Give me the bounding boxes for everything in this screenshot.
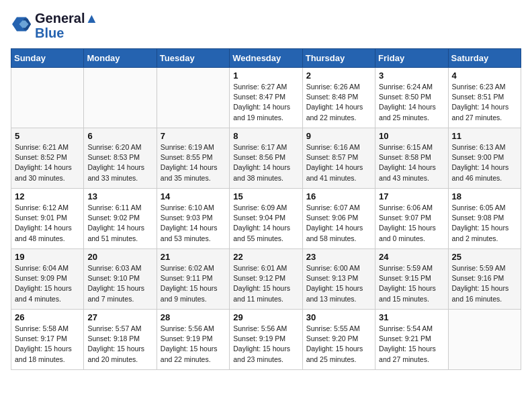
day-info: Sunrise: 6:03 AMSunset: 9:10 PMDaylight:… bbox=[87, 263, 152, 304]
day-info: Sunrise: 5:54 AMSunset: 9:21 PMDaylight:… bbox=[379, 324, 444, 365]
calendar-cell: 29Sunrise: 5:56 AMSunset: 9:19 PMDayligh… bbox=[230, 310, 302, 370]
day-info: Sunrise: 5:58 AMSunset: 9:17 PMDaylight:… bbox=[15, 324, 80, 365]
calendar-cell: 10Sunrise: 6:15 AMSunset: 8:58 PMDayligh… bbox=[375, 128, 448, 189]
day-number: 11 bbox=[452, 131, 517, 141]
calendar-cell: 30Sunrise: 5:55 AMSunset: 9:20 PMDayligh… bbox=[302, 310, 375, 370]
day-info: Sunrise: 6:05 AMSunset: 9:08 PMDaylight:… bbox=[452, 203, 517, 244]
calendar-cell: 18Sunrise: 6:05 AMSunset: 9:08 PMDayligh… bbox=[448, 189, 521, 249]
calendar-cell: 16Sunrise: 6:07 AMSunset: 9:06 PMDayligh… bbox=[302, 189, 375, 249]
day-info: Sunrise: 6:02 AMSunset: 9:11 PMDaylight:… bbox=[161, 263, 226, 304]
calendar-cell bbox=[157, 68, 229, 128]
calendar-cell: 28Sunrise: 5:56 AMSunset: 9:19 PMDayligh… bbox=[157, 310, 229, 370]
calendar-cell: 8Sunrise: 6:17 AMSunset: 8:56 PMDaylight… bbox=[230, 128, 302, 189]
day-number: 3 bbox=[379, 71, 444, 81]
logo-icon bbox=[12, 15, 31, 34]
day-number: 12 bbox=[15, 191, 80, 201]
day-info: Sunrise: 6:04 AMSunset: 9:09 PMDaylight:… bbox=[15, 263, 80, 304]
day-number: 31 bbox=[379, 312, 444, 322]
weekday-header-saturday: Saturday bbox=[448, 49, 521, 68]
calendar-cell: 4Sunrise: 6:23 AMSunset: 8:51 PMDaylight… bbox=[448, 68, 521, 128]
calendar-cell: 15Sunrise: 6:09 AMSunset: 9:04 PMDayligh… bbox=[230, 189, 302, 249]
day-number: 9 bbox=[306, 131, 371, 141]
calendar-cell: 9Sunrise: 6:16 AMSunset: 8:57 PMDaylight… bbox=[302, 128, 375, 189]
day-number: 8 bbox=[233, 131, 298, 141]
day-number: 28 bbox=[161, 312, 226, 322]
weekday-header-friday: Friday bbox=[375, 49, 448, 68]
day-number: 30 bbox=[306, 312, 371, 322]
day-info: Sunrise: 5:59 AMSunset: 9:15 PMDaylight:… bbox=[379, 263, 444, 304]
day-number: 18 bbox=[452, 191, 517, 201]
calendar-cell: 26Sunrise: 5:58 AMSunset: 9:17 PMDayligh… bbox=[11, 310, 84, 370]
calendar-cell: 17Sunrise: 6:06 AMSunset: 9:07 PMDayligh… bbox=[375, 189, 448, 249]
day-number: 29 bbox=[233, 312, 298, 322]
day-number: 21 bbox=[161, 252, 226, 262]
calendar-cell: 12Sunrise: 6:12 AMSunset: 9:01 PMDayligh… bbox=[11, 189, 84, 249]
day-info: Sunrise: 5:59 AMSunset: 9:16 PMDaylight:… bbox=[452, 263, 517, 304]
day-number: 23 bbox=[306, 252, 371, 262]
day-number: 7 bbox=[161, 131, 226, 141]
calendar-table: SundayMondayTuesdayWednesdayThursdayFrid… bbox=[11, 48, 521, 370]
calendar-week-1: 1Sunrise: 6:27 AMSunset: 8:47 PMDaylight… bbox=[11, 68, 521, 128]
calendar-cell: 20Sunrise: 6:03 AMSunset: 9:10 PMDayligh… bbox=[84, 249, 157, 310]
day-info: Sunrise: 6:11 AMSunset: 9:02 PMDaylight:… bbox=[87, 203, 152, 244]
day-info: Sunrise: 6:19 AMSunset: 8:55 PMDaylight:… bbox=[161, 142, 226, 183]
calendar-cell: 5Sunrise: 6:21 AMSunset: 8:52 PMDaylight… bbox=[11, 128, 84, 189]
day-number: 26 bbox=[15, 312, 80, 322]
day-info: Sunrise: 6:00 AMSunset: 9:13 PMDaylight:… bbox=[306, 263, 371, 304]
day-info: Sunrise: 6:13 AMSunset: 9:00 PMDaylight:… bbox=[452, 142, 517, 183]
weekday-header-wednesday: Wednesday bbox=[230, 49, 302, 68]
day-info: Sunrise: 5:57 AMSunset: 9:18 PMDaylight:… bbox=[87, 324, 152, 365]
day-number: 10 bbox=[379, 131, 444, 141]
calendar-week-5: 26Sunrise: 5:58 AMSunset: 9:17 PMDayligh… bbox=[11, 310, 521, 370]
day-info: Sunrise: 6:24 AMSunset: 8:50 PMDaylight:… bbox=[379, 82, 444, 123]
day-info: Sunrise: 6:10 AMSunset: 9:03 PMDaylight:… bbox=[161, 203, 226, 244]
calendar-cell: 1Sunrise: 6:27 AMSunset: 8:47 PMDaylight… bbox=[230, 68, 302, 128]
calendar-cell: 2Sunrise: 6:26 AMSunset: 8:48 PMDaylight… bbox=[302, 68, 375, 128]
day-number: 14 bbox=[161, 191, 226, 201]
calendar-cell: 31Sunrise: 5:54 AMSunset: 9:21 PMDayligh… bbox=[375, 310, 448, 370]
day-info: Sunrise: 6:07 AMSunset: 9:06 PMDaylight:… bbox=[306, 203, 371, 244]
calendar-week-2: 5Sunrise: 6:21 AMSunset: 8:52 PMDaylight… bbox=[11, 128, 521, 189]
day-info: Sunrise: 6:15 AMSunset: 8:58 PMDaylight:… bbox=[379, 142, 444, 183]
calendar-cell: 27Sunrise: 5:57 AMSunset: 9:18 PMDayligh… bbox=[84, 310, 157, 370]
day-number: 20 bbox=[87, 252, 152, 262]
day-number: 6 bbox=[87, 131, 152, 141]
day-number: 4 bbox=[452, 71, 517, 81]
calendar-body: 1Sunrise: 6:27 AMSunset: 8:47 PMDaylight… bbox=[11, 68, 521, 370]
weekday-header-monday: Monday bbox=[84, 49, 157, 68]
day-number: 1 bbox=[233, 71, 298, 81]
calendar-cell: 21Sunrise: 6:02 AMSunset: 9:11 PMDayligh… bbox=[157, 249, 229, 310]
weekday-header-sunday: Sunday bbox=[11, 49, 84, 68]
day-info: Sunrise: 6:12 AMSunset: 9:01 PMDaylight:… bbox=[15, 203, 80, 244]
day-info: Sunrise: 6:01 AMSunset: 9:12 PMDaylight:… bbox=[233, 263, 298, 304]
day-info: Sunrise: 6:21 AMSunset: 8:52 PMDaylight:… bbox=[15, 142, 80, 183]
day-number: 2 bbox=[306, 71, 371, 81]
day-info: Sunrise: 6:20 AMSunset: 8:53 PMDaylight:… bbox=[87, 142, 152, 183]
day-info: Sunrise: 5:55 AMSunset: 9:20 PMDaylight:… bbox=[306, 324, 371, 365]
day-info: Sunrise: 6:23 AMSunset: 8:51 PMDaylight:… bbox=[452, 82, 517, 123]
day-number: 13 bbox=[87, 191, 152, 201]
day-number: 22 bbox=[233, 252, 298, 262]
day-info: Sunrise: 5:56 AMSunset: 9:19 PMDaylight:… bbox=[233, 324, 298, 365]
weekday-header-thursday: Thursday bbox=[302, 49, 375, 68]
calendar-week-4: 19Sunrise: 6:04 AMSunset: 9:09 PMDayligh… bbox=[11, 249, 521, 310]
weekday-header-tuesday: Tuesday bbox=[157, 49, 229, 68]
day-info: Sunrise: 5:56 AMSunset: 9:19 PMDaylight:… bbox=[161, 324, 226, 365]
day-info: Sunrise: 6:26 AMSunset: 8:48 PMDaylight:… bbox=[306, 82, 371, 123]
day-number: 27 bbox=[87, 312, 152, 322]
logo: General▲ Blue bbox=[11, 11, 98, 40]
day-info: Sunrise: 6:16 AMSunset: 8:57 PMDaylight:… bbox=[306, 142, 371, 183]
calendar-cell: 25Sunrise: 5:59 AMSunset: 9:16 PMDayligh… bbox=[448, 249, 521, 310]
page-header: General▲ Blue bbox=[11, 11, 521, 40]
calendar-cell bbox=[448, 310, 521, 370]
day-number: 16 bbox=[306, 191, 371, 201]
calendar-cell: 6Sunrise: 6:20 AMSunset: 8:53 PMDaylight… bbox=[84, 128, 157, 189]
day-info: Sunrise: 6:17 AMSunset: 8:56 PMDaylight:… bbox=[233, 142, 298, 183]
calendar-header: SundayMondayTuesdayWednesdayThursdayFrid… bbox=[11, 49, 521, 68]
day-info: Sunrise: 6:27 AMSunset: 8:47 PMDaylight:… bbox=[233, 82, 298, 123]
day-number: 24 bbox=[379, 252, 444, 262]
calendar-cell: 13Sunrise: 6:11 AMSunset: 9:02 PMDayligh… bbox=[84, 189, 157, 249]
calendar-cell: 11Sunrise: 6:13 AMSunset: 9:00 PMDayligh… bbox=[448, 128, 521, 189]
calendar-cell: 3Sunrise: 6:24 AMSunset: 8:50 PMDaylight… bbox=[375, 68, 448, 128]
day-number: 15 bbox=[233, 191, 298, 201]
